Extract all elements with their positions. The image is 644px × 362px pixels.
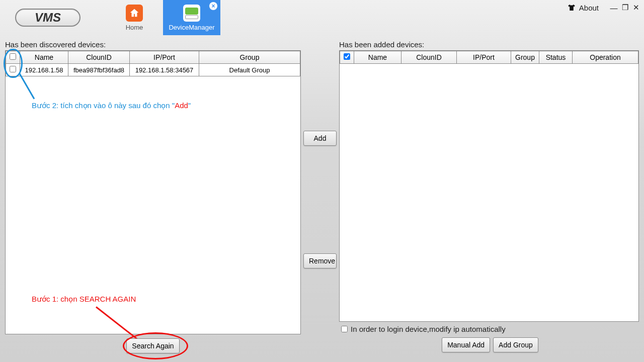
tshirt-icon <box>567 3 576 12</box>
added-title: Has been added devices: <box>339 40 639 49</box>
auto-modify-checkbox[interactable] <box>341 326 348 332</box>
col-ipport[interactable]: IP/Port <box>130 51 199 64</box>
col-status[interactable]: Status <box>539 51 573 64</box>
select-all-checkbox[interactable] <box>10 53 16 60</box>
col-group[interactable]: Group <box>199 51 300 64</box>
topbar: VMS Home × DeviceManager About — ❐ ✕ <box>0 0 644 35</box>
maximize-button[interactable]: ❐ <box>620 3 630 12</box>
tab-home-label: Home <box>126 24 143 31</box>
added-table: Name ClounID IP/Port Group Status Operat… <box>340 51 638 64</box>
cell-name: 192.168.1.58 <box>20 64 68 76</box>
about-label: About <box>579 4 599 12</box>
discovered-panel: Has been discovered devices: Name ClounI… <box>5 40 301 358</box>
auto-modify-label: In order to login device,modify ip autom… <box>351 325 506 333</box>
device-manager-icon <box>183 5 200 22</box>
close-icon[interactable]: × <box>209 2 217 10</box>
tab-strip: Home × DeviceManager <box>106 0 220 35</box>
main-area: Has been discovered devices: Name ClounI… <box>5 40 639 358</box>
added-panel: Has been added devices: Name ClounID IP/… <box>339 40 639 358</box>
anno-step2-post: " <box>188 101 191 110</box>
annotation-step1-oval <box>123 332 188 359</box>
tab-home[interactable]: Home <box>106 0 163 35</box>
auto-modify-row[interactable]: In order to login device,modify ip autom… <box>341 325 639 333</box>
anno-step2-pre: Bước 2: tích chọn vào ô này sau đó chọn … <box>32 101 175 110</box>
close-button[interactable]: ✕ <box>631 3 641 12</box>
discovered-table: Name ClounID IP/Port Group 192.168.1.58 … <box>6 51 300 76</box>
home-icon <box>126 5 143 22</box>
discovered-title: Has been discovered devices: <box>5 40 301 49</box>
cell-ipport: 192.168.1.58:34567 <box>130 64 199 76</box>
minimize-button[interactable]: — <box>609 3 619 12</box>
tab-dm-label: DeviceManager <box>169 24 214 31</box>
discovered-header-checkbox[interactable] <box>6 51 20 64</box>
window-controls: About — ❐ ✕ <box>567 3 641 12</box>
col-clounid[interactable]: ClounID <box>401 51 457 64</box>
added-select-all-checkbox[interactable] <box>344 53 350 60</box>
annotation-step2-leader <box>19 73 35 100</box>
about-button[interactable]: About <box>567 3 599 12</box>
add-group-button[interactable]: Add Group <box>493 337 538 352</box>
tab-device-manager[interactable]: × DeviceManager <box>163 0 220 35</box>
col-group[interactable]: Group <box>511 51 539 64</box>
table-row[interactable]: 192.168.1.58 fbea987fbf36fad8 192.168.1.… <box>6 64 300 76</box>
added-header-checkbox[interactable] <box>340 51 354 64</box>
annotation-step2-text: Bước 2: tích chọn vào ô này sau đó chọn … <box>32 101 191 110</box>
col-name[interactable]: Name <box>354 51 401 64</box>
remove-button[interactable]: Remove <box>303 253 337 268</box>
discovered-table-box: Name ClounID IP/Port Group 192.168.1.58 … <box>5 50 301 334</box>
added-table-box: Name ClounID IP/Port Group Status Operat… <box>339 50 639 322</box>
col-operation[interactable]: Operation <box>573 51 638 64</box>
annotation-step1-text: Bước 1: chọn SEARCH AGAIN <box>32 295 136 304</box>
col-clounid[interactable]: ClounID <box>68 51 130 64</box>
added-footer: In order to login device,modify ip autom… <box>339 325 639 352</box>
cell-clounid: fbea987fbf36fad8 <box>68 64 130 76</box>
row-checkbox[interactable] <box>10 66 16 72</box>
transfer-buttons: Add Remove <box>301 40 339 358</box>
cell-group: Default Group <box>199 64 300 76</box>
discovered-footer: Search Again <box>5 338 301 353</box>
app-logo-text: VMS <box>35 11 61 25</box>
col-name[interactable]: Name <box>20 51 68 64</box>
app-logo: VMS <box>15 9 80 27</box>
add-button[interactable]: Add <box>303 131 337 146</box>
manual-add-button[interactable]: Manual Add <box>442 337 490 352</box>
col-ipport[interactable]: IP/Port <box>457 51 511 64</box>
anno-step2-add: Add <box>175 101 188 110</box>
